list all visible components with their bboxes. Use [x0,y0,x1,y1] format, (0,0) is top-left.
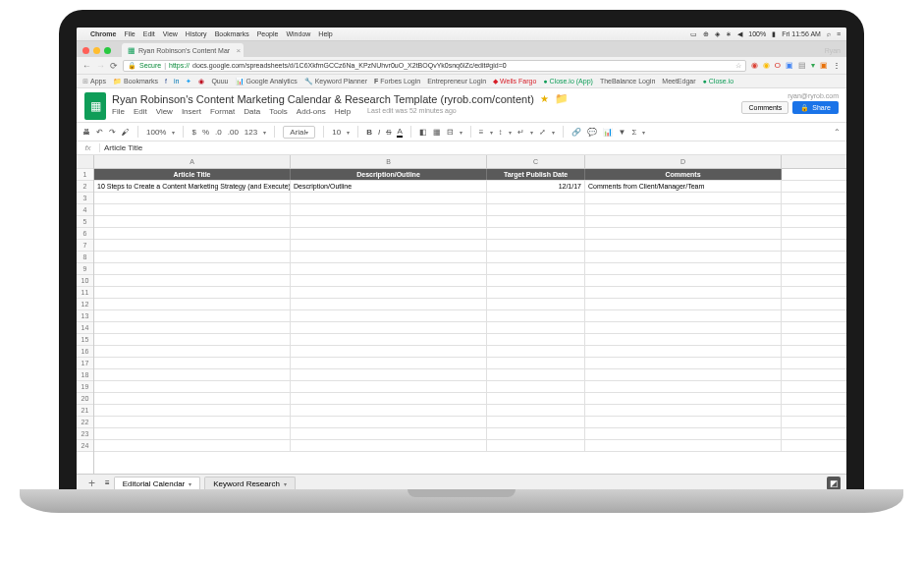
cell[interactable] [585,358,782,368]
cell[interactable] [94,322,291,333]
cell[interactable] [94,263,291,274]
cell[interactable] [291,216,487,227]
row-header[interactable]: 19 [77,381,93,393]
row-header[interactable]: 6 [77,228,93,240]
menubar-people[interactable]: People [257,30,279,37]
cell[interactable] [585,346,782,357]
cell[interactable] [585,228,782,239]
cell[interactable] [487,417,585,427]
bm-kp[interactable]: 🔧Keyword Planner [304,78,367,85]
cell[interactable] [585,299,782,309]
cell[interactable] [487,193,585,203]
cell[interactable] [94,417,291,427]
sheet-tab-editorial[interactable]: Editorial Calendar▾ [114,477,201,490]
italic-button[interactable]: I [378,128,380,137]
wifi-icon[interactable]: ⊕ [703,30,709,38]
clock[interactable]: Fri 11:56 AM [782,30,821,37]
volume-icon[interactable]: ◀ [737,30,742,38]
cell[interactable] [94,310,291,321]
chrome-menu-icon[interactable]: ⋮ [833,61,841,70]
cell[interactable] [291,240,487,251]
cell[interactable] [487,428,585,439]
cell[interactable] [585,334,782,345]
cell[interactable] [585,381,782,392]
cell[interactable] [585,440,782,451]
bm-apps[interactable]: ⊞Apps [82,78,106,85]
cell[interactable] [487,287,585,298]
cell[interactable] [487,322,585,333]
chart-icon[interactable]: 📊 [603,128,613,137]
cell[interactable] [291,440,487,451]
cell[interactable] [291,346,487,357]
bm-forbes[interactable]: FForbes Login [374,78,420,84]
screenshare-icon[interactable]: ▭ [690,30,697,38]
num-format[interactable]: 123 [245,128,257,137]
cell[interactable] [291,204,487,215]
cell[interactable] [487,346,585,357]
ext7-icon[interactable]: ▣ [820,61,828,70]
cell[interactable] [291,393,487,404]
cell[interactable] [291,275,487,286]
redo-icon[interactable]: ↷ [109,128,116,137]
row-header[interactable]: 2 [77,181,93,193]
all-sheets-icon[interactable]: ≡ [105,478,110,487]
ext6-icon[interactable]: ▾ [811,61,815,70]
menu-tools[interactable]: Tools [269,107,288,116]
cell[interactable] [487,228,585,239]
cell[interactable] [585,322,782,333]
cell[interactable] [94,287,291,298]
battery-icon[interactable]: ▮ [772,30,776,38]
bm-wf[interactable]: ◆Wells Fargo [493,78,536,85]
cell[interactable] [291,193,487,203]
font-select[interactable]: Arial ▾ [283,126,315,139]
row-header[interactable]: 23 [77,428,93,440]
cell[interactable] [487,263,585,274]
cell[interactable] [585,204,782,215]
bluetooth-icon[interactable]: ∗ [726,30,732,38]
cell[interactable] [585,216,782,227]
menubar-app[interactable]: Chrome [90,30,116,37]
col-A[interactable]: A [94,155,291,168]
ext5-icon[interactable]: ▤ [798,61,806,70]
cell-A2[interactable]: 10 Steps to Create a Content Marketing S… [94,181,291,192]
row-header[interactable]: 18 [77,369,93,381]
cell[interactable] [94,252,291,262]
valign-icon[interactable]: ↕ [499,128,503,137]
cell[interactable] [487,369,585,380]
cell[interactable] [585,263,782,274]
bm-fb[interactable]: f [165,78,167,84]
bm-li[interactable]: in [174,78,179,84]
cell[interactable] [94,275,291,286]
cell[interactable] [585,405,782,416]
bm-edgar[interactable]: MeetEdgar [662,78,695,84]
bookmark-star-icon[interactable]: ☆ [735,62,741,70]
menubar-bookmarks[interactable]: Bookmarks [215,30,249,37]
cell[interactable] [94,428,291,439]
notification-icon[interactable]: ≡ [837,30,841,37]
cell[interactable] [94,204,291,215]
row-header[interactable]: 13 [77,310,93,322]
window-minimize[interactable] [93,47,100,54]
cell[interactable] [487,358,585,368]
menu-insert[interactable]: Insert [182,107,201,116]
menu-addons[interactable]: Add-ons [297,107,326,116]
hdr-comments[interactable]: Comments [585,169,782,180]
address-bar[interactable]: 🔒 Secure | https://docs.google.com/sprea… [123,60,746,72]
browser-tab[interactable]: ▦ Ryan Robinson's Content Mar × [122,43,244,57]
cell[interactable] [291,358,487,368]
bm-ent[interactable]: Entrepreneur Login [427,78,486,84]
row-header[interactable]: 12 [77,299,93,310]
spreadsheet-grid[interactable]: 123456789101112131415161718192021222324 … [77,155,846,474]
functions-icon[interactable]: Σ [631,128,636,137]
undo-icon[interactable]: ↶ [96,128,103,137]
print-icon[interactable]: 🖶 [82,128,90,137]
row-header[interactable]: 8 [77,252,93,263]
cell-D2[interactable]: Comments from Client/Manager/Team [585,181,782,192]
row-header[interactable]: 16 [77,346,93,358]
cell[interactable] [487,310,585,321]
percent[interactable]: % [202,128,209,137]
menu-file[interactable]: File [112,107,125,116]
cell[interactable] [487,252,585,262]
dec-less[interactable]: .0 [215,128,222,137]
bm-balance[interactable]: TheBalance Login [600,78,655,84]
